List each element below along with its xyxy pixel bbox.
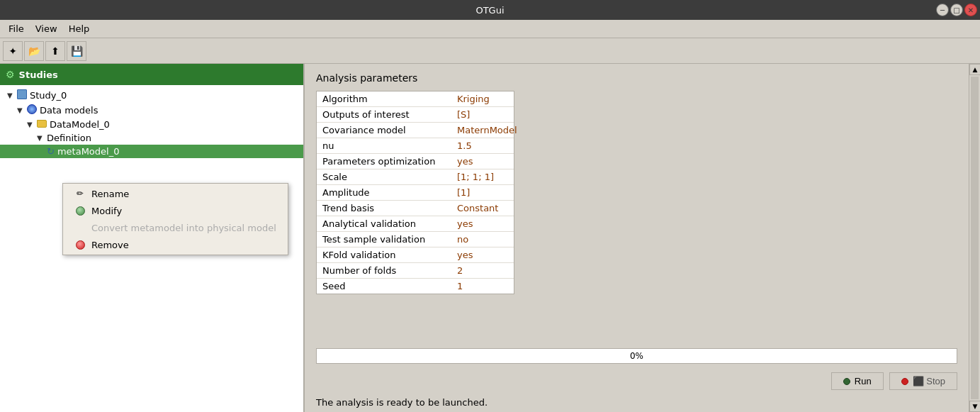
context-menu-modify[interactable]: Modify <box>63 202 288 219</box>
expand-arrow: ▼ <box>27 121 37 128</box>
modify-icon <box>74 205 86 216</box>
menu-bar: File View Help <box>0 20 980 38</box>
params-row-seed: Seed 1 <box>317 279 514 294</box>
tree-study[interactable]: ▼ Study_0 <box>0 88 303 103</box>
datamodel-icon <box>37 119 47 130</box>
key-amplitude: Amplitude <box>317 185 451 200</box>
scroll-up[interactable]: ▲ <box>969 64 980 75</box>
stop-label: ⬛ Stop <box>913 376 945 386</box>
val-algorithm: Kriging <box>451 91 495 106</box>
key-test-sample: Test sample validation <box>317 232 451 247</box>
menu-view[interactable]: View <box>30 22 63 35</box>
scroll-down[interactable]: ▼ <box>969 401 980 412</box>
scroll-thumb[interactable] <box>971 77 979 399</box>
tree-data-models[interactable]: ▼ Data models <box>0 103 303 118</box>
minimize-button[interactable]: ─ <box>936 4 949 16</box>
val-test-sample: no <box>451 232 474 247</box>
val-nu: 1.5 <box>451 138 478 153</box>
scrollbar-right[interactable]: ▲ ▼ <box>969 64 980 412</box>
key-nu: nu <box>317 138 451 153</box>
studies-header: ⚙ Studies <box>0 64 303 85</box>
content-area: Analysis parameters Algorithm Kriging Ou… <box>305 64 969 343</box>
run-button[interactable]: Run <box>831 372 884 390</box>
status-text: The analysis is ready to be launched. <box>305 393 969 412</box>
studies-title: Studies <box>19 69 58 80</box>
datamodel-label: DataModel_0 <box>50 119 110 130</box>
study-icon <box>17 89 27 101</box>
toolbar: ✦ 📂 ⬆ 💾 <box>0 38 980 64</box>
metamodel-label: metaModel_0 <box>57 146 120 157</box>
context-menu-convert: Convert metamodel into physical model <box>63 219 288 236</box>
left-panel: ⚙ Studies ▼ Study_0 ▼ Data models ▼ Data… <box>0 64 305 412</box>
new-button[interactable]: ✦ <box>3 41 23 61</box>
tree-area: ▼ Study_0 ▼ Data models ▼ DataModel_0 ▼ … <box>0 85 303 412</box>
val-outputs: [S] <box>451 107 475 122</box>
window-controls: ─ □ ✕ <box>936 4 977 16</box>
right-panel: ▲ ▼ Analysis parameters Algorithm Krigin… <box>305 64 980 412</box>
expand-arrow: ▼ <box>7 91 17 99</box>
val-scale: [1; 1; 1] <box>451 169 500 184</box>
remove-icon <box>74 239 86 250</box>
params-row-nu: nu 1.5 <box>317 138 514 154</box>
open-button[interactable]: 📂 <box>24 41 44 61</box>
data-models-label: Data models <box>40 105 98 116</box>
convert-label: Convert metamodel into physical model <box>91 223 276 233</box>
key-cov-model: Covariance model <box>317 123 451 138</box>
params-row-params-opt: Parameters optimization yes <box>317 154 514 169</box>
expand-arrow: ▼ <box>37 134 47 142</box>
tree-definition[interactable]: ▼ Definition <box>0 131 303 145</box>
key-trend: Trend basis <box>317 201 451 216</box>
params-row-num-folds: Number of folds 2 <box>317 263 514 279</box>
key-num-folds: Number of folds <box>317 263 451 278</box>
study-label: Study_0 <box>30 90 67 101</box>
bottom-controls: Run ⬛ Stop <box>305 369 980 393</box>
context-menu-rename[interactable]: ✏ Rename <box>63 185 288 202</box>
stop-button[interactable]: ⬛ Stop <box>889 372 957 390</box>
remove-label: Remove <box>91 240 129 250</box>
val-num-folds: 2 <box>451 263 468 278</box>
menu-help[interactable]: Help <box>63 22 96 35</box>
val-cov-model: MaternModel <box>451 123 523 138</box>
tree-metamodel[interactable]: ↻ metaModel_0 <box>0 145 303 158</box>
run-label: Run <box>855 376 872 386</box>
val-seed: 1 <box>451 279 468 294</box>
expand-arrow: ▼ <box>17 106 27 114</box>
key-seed: Seed <box>317 279 451 294</box>
params-row-cov-model: Covariance model MaternModel <box>317 123 514 138</box>
params-row-scale: Scale [1; 1; 1] <box>317 169 514 185</box>
progress-section: 0% <box>316 348 957 364</box>
studies-icon: ⚙ <box>6 69 15 80</box>
main-area: ⚙ Studies ▼ Study_0 ▼ Data models ▼ Data… <box>0 64 980 412</box>
params-row-test-sample: Test sample validation no <box>317 232 514 247</box>
progress-text: 0% <box>630 351 643 361</box>
title-bar: OTGui ─ □ ✕ <box>0 0 980 20</box>
key-analytical: Analytical validation <box>317 216 451 231</box>
params-row-kfold: KFold validation yes <box>317 247 514 263</box>
context-menu: ✏ Rename Modify Convert metamodel into p… <box>62 183 288 255</box>
save-button[interactable]: 💾 <box>67 41 86 61</box>
context-menu-remove[interactable]: Remove <box>63 236 288 253</box>
val-amplitude: [1] <box>451 185 475 200</box>
key-scale: Scale <box>317 169 451 184</box>
val-trend: Constant <box>451 201 504 216</box>
export-button[interactable]: ⬆ <box>45 41 65 61</box>
key-outputs: Outputs of interest <box>317 107 451 122</box>
rename-label: Rename <box>91 189 129 199</box>
run-icon <box>843 378 850 385</box>
params-row-amplitude: Amplitude [1] <box>317 185 514 201</box>
definition-label: Definition <box>47 133 91 143</box>
close-button[interactable]: ✕ <box>964 4 977 16</box>
metamodel-icon: ↻ <box>47 146 55 157</box>
menu-file[interactable]: File <box>3 22 30 35</box>
val-kfold: yes <box>451 247 478 262</box>
maximize-button[interactable]: □ <box>950 4 963 16</box>
section-title: Analysis parameters <box>316 72 957 84</box>
params-row-algorithm: Algorithm Kriging <box>317 91 514 107</box>
val-params-opt: yes <box>451 154 478 169</box>
params-table: Algorithm Kriging Outputs of interest [S… <box>316 91 514 294</box>
stop-icon <box>901 378 908 385</box>
modify-label: Modify <box>91 206 122 216</box>
tree-datamodel-0[interactable]: ▼ DataModel_0 <box>0 118 303 131</box>
rename-icon: ✏ <box>74 188 86 199</box>
params-row-trend: Trend basis Constant <box>317 201 514 216</box>
